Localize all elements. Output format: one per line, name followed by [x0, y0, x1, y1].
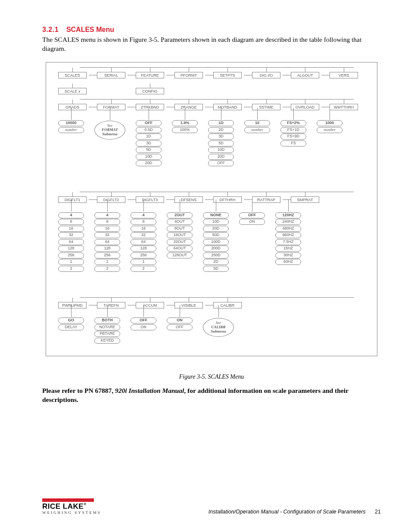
option-column: 120HZ 240HZ 480HZ 960HZ 7.5HZ 15HZ 30HZ … — [275, 212, 301, 265]
menu-diagram: SCALES SERIAL FEATURE PFORMT SETPTS DIG … — [46, 62, 377, 356]
option: 1 — [94, 259, 120, 265]
option: KEYED — [94, 338, 120, 344]
option-column: 1.9% 100% — [172, 120, 198, 133]
option-column: 2OUT 4OUT 8OUT 16OUT 32OUT 64OUT 128OUT — [167, 212, 193, 258]
section-heading: 3.2.1 SCALES Menu — [42, 26, 381, 34]
menu-box: DIGFLT3 — [136, 196, 164, 203]
menu-box: SCALE x — [58, 88, 87, 94]
option-default: OFF — [131, 317, 156, 324]
section-number: 3.2.1 — [42, 26, 59, 33]
menu-box: SSTIME — [252, 104, 280, 110]
option: 32 — [131, 232, 156, 238]
option: ON — [239, 219, 265, 225]
option: 2D — [203, 259, 229, 265]
option-column: NONE 10D 20D 50D 100D 200D 250D 2D 5D — [203, 212, 229, 272]
logo-subtitle: WEIGHING SYSTEMS — [42, 510, 101, 515]
menu-box: CALIBR — [213, 302, 242, 308]
menu-box: PWRUPMD — [58, 302, 87, 308]
option: 20D — [208, 154, 234, 160]
option-default: 4 — [58, 212, 84, 218]
option: FS+1D — [280, 127, 306, 133]
option: 16 — [58, 226, 84, 232]
menu-box: RATTRAP — [252, 196, 280, 203]
ref-manual-name: 920i Installation Manual — [115, 387, 184, 394]
option-column: ON OFF — [167, 317, 193, 330]
menu-box: FEATURE — [136, 72, 164, 78]
intro-paragraph: The SCALES menu is shown in Figure 3-5. … — [42, 35, 381, 53]
option: 64 — [131, 239, 156, 245]
option-default: OFF — [136, 120, 162, 126]
option: 7.5HZ — [275, 239, 301, 245]
option: 2D — [208, 127, 234, 133]
option: 60HZ — [275, 259, 301, 265]
option: 32OUT — [167, 239, 193, 245]
logo-text: RICE LAKE — [42, 502, 84, 510]
menu-box: DIGFLT1 — [58, 196, 87, 203]
menu-box: MOTBAND — [213, 104, 242, 110]
option-default: 120HZ — [275, 212, 301, 218]
option: 64 — [58, 239, 84, 245]
option-default: 10 — [244, 120, 270, 126]
option-default: BOTH — [94, 317, 120, 324]
submenu-bubble: SeeFORMATSubmenu — [94, 121, 125, 140]
option: 8OUT — [167, 226, 193, 232]
option: DELAY — [58, 324, 84, 330]
option: 2 — [94, 266, 120, 272]
option: 200D — [203, 246, 229, 252]
option: 256 — [131, 252, 156, 258]
menu-box: VISIBLE — [174, 302, 203, 308]
option: number — [317, 127, 342, 133]
option-default: NONE — [203, 212, 229, 218]
menu-box: ALGOUT — [291, 72, 319, 78]
option-column: GO DELAY — [58, 317, 84, 330]
option: 50D — [203, 232, 229, 238]
menu-box: SCALES — [58, 72, 87, 78]
menu-box: SETPTS — [213, 72, 242, 78]
menu-box: SMPRAT — [291, 196, 319, 203]
option: 10D — [208, 147, 234, 153]
menu-box: FORMAT — [97, 104, 125, 110]
menu-box: TAREFN — [97, 302, 125, 308]
option: 32 — [94, 232, 120, 238]
option-default: 4 — [131, 212, 156, 218]
option: 128 — [58, 246, 84, 252]
option: 256 — [58, 252, 84, 258]
option-column: OFF ON — [239, 212, 265, 225]
option: NOTARE — [94, 324, 120, 330]
option: 3D — [136, 140, 162, 146]
option-column: SeeCALIBRSubmenu — [203, 317, 234, 337]
option: OFF — [208, 160, 234, 166]
option-default: 4 — [94, 212, 120, 218]
option: 10D — [136, 154, 162, 160]
option: FS — [280, 140, 306, 146]
option: 128 — [94, 246, 120, 252]
menu-box: VERS — [330, 72, 358, 78]
menu-box: DFSENS — [174, 196, 203, 203]
option: ON — [131, 324, 156, 330]
option: PBTARE — [94, 331, 120, 337]
option-column: SeeFORMATSubmenu — [94, 120, 125, 140]
option: 15HZ — [275, 246, 301, 252]
option: 16 — [94, 226, 120, 232]
option-column: OFF ON — [131, 317, 156, 330]
option: 5D — [136, 147, 162, 153]
option: 1D — [136, 134, 162, 140]
figure-caption: Figure 3-5. SCALES Menu — [42, 373, 381, 380]
option: 960HZ — [275, 232, 301, 238]
option: 240HZ — [275, 219, 301, 225]
option-default: ON — [167, 317, 193, 324]
option-default: 1D — [208, 120, 234, 126]
option-default: OFF — [239, 212, 265, 218]
option: 8 — [131, 219, 156, 225]
option: number — [58, 127, 84, 133]
option: 8 — [58, 219, 84, 225]
option-default: GO — [58, 317, 84, 324]
ref-pre: Please refer to PN 67887, — [42, 387, 115, 394]
option-column: 4 8 16 32 64 128 256 1 2 — [131, 212, 156, 272]
option: 480HZ — [275, 226, 301, 232]
option-column: OFF 0.5D 1D 3D 5D 10D 20D — [136, 120, 162, 167]
option-column: 1D 2D 3D 5D 10D 20D OFF — [208, 120, 234, 167]
option-column: 4 8 16 32 64 128 256 1 2 — [94, 212, 120, 272]
option: 256 — [94, 252, 120, 258]
option: 4OUT — [167, 219, 193, 225]
